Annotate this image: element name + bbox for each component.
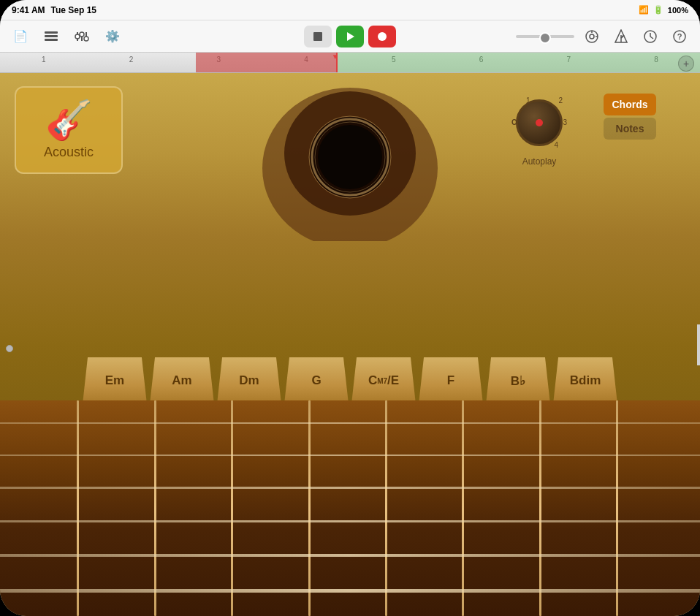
clock-button[interactable]	[639, 25, 662, 48]
document-button[interactable]: 📄	[9, 25, 32, 48]
svg-line-21	[650, 37, 653, 39]
tempo-slider[interactable]	[516, 35, 574, 38]
status-date: Tue Sep 15	[51, 5, 96, 15]
add-track-button[interactable]: +	[678, 56, 694, 72]
chord-em[interactable]: Em	[83, 357, 147, 404]
guitar-body-graphic	[248, 80, 452, 241]
svg-point-4	[75, 34, 80, 39]
svg-point-28	[318, 125, 382, 189]
wifi-icon: 📶	[639, 5, 649, 15]
chord-am[interactable]: Am	[150, 357, 214, 404]
status-time: 9:41 AM	[12, 5, 45, 15]
status-bar: 9:41 AM Tue Sep 15 📶 🔋 100%	[0, 0, 700, 20]
chord-row: Em Am Dm G CM7/E F B♭ Bdim	[0, 357, 700, 404]
guitar-strings	[0, 400, 700, 616]
timeline[interactable]: 1 2 3 4 5 6 7 8 +	[0, 53, 700, 73]
svg-rect-0	[45, 31, 58, 34]
autoplay-2-label: 2	[558, 96, 563, 104]
mixer-button[interactable]	[70, 25, 94, 48]
playhead	[336, 53, 338, 72]
toolbar: 📄 ⚙️	[0, 20, 700, 53]
svg-rect-1	[45, 35, 58, 37]
autoplay-3-label: 3	[563, 118, 567, 126]
autoplay-knob[interactable]	[516, 99, 563, 146]
chord-cm7e[interactable]: CM7/E	[351, 357, 416, 404]
autoplay-section: OFF 1 2 3 4 Autoplay	[510, 94, 568, 167]
instrument-selector[interactable]: 🎸 Acoustic	[15, 86, 123, 174]
timeline-region	[196, 53, 336, 72]
record-button[interactable]	[368, 26, 396, 47]
timeline-tick-2: 2	[88, 56, 175, 64]
autoplay-4-label: 4	[554, 141, 558, 149]
svg-rect-2	[45, 39, 58, 41]
timeline-green	[336, 53, 700, 72]
svg-point-13	[590, 34, 594, 39]
knob-indicator	[536, 119, 543, 126]
metronome-button[interactable]	[609, 25, 633, 48]
svg-rect-9	[313, 32, 322, 41]
timeline-tick-1: 1	[0, 56, 88, 64]
notes-button[interactable]: Notes	[604, 118, 656, 140]
chord-g[interactable]: G	[284, 357, 349, 404]
chords-notes-toggle: Chords Notes	[604, 94, 656, 140]
autoplay-label: Autoplay	[522, 156, 557, 167]
device-frame: 9:41 AM Tue Sep 15 📶 🔋 100% 📄	[0, 0, 700, 616]
tracks-button[interactable]	[39, 25, 63, 48]
battery-label: 100%	[668, 6, 688, 15]
help-button[interactable]: ?	[668, 25, 691, 48]
guitar-icon: 🎸	[45, 101, 93, 139]
side-dot	[6, 345, 13, 352]
chord-dm[interactable]: Dm	[217, 357, 281, 404]
home-button[interactable]	[697, 324, 700, 365]
stop-button[interactable]	[304, 26, 332, 47]
battery-icon: 🔋	[653, 5, 663, 15]
fretboard[interactable]	[0, 400, 700, 616]
chord-f[interactable]: F	[419, 357, 483, 404]
svg-marker-10	[347, 32, 354, 41]
chord-bb[interactable]: B♭	[486, 357, 550, 404]
svg-point-11	[378, 32, 387, 41]
chords-button[interactable]: Chords	[604, 94, 656, 115]
svg-point-6	[80, 32, 84, 37]
svg-text:?: ?	[677, 32, 682, 41]
svg-point-8	[84, 37, 88, 41]
master-button[interactable]	[580, 25, 604, 48]
guitar-area: 🎸 Acoustic OFF 1	[0, 73, 700, 616]
settings-button[interactable]: ⚙️	[101, 25, 124, 48]
instrument-name: Acoustic	[44, 145, 94, 160]
play-button[interactable]	[336, 26, 364, 47]
chord-bdim[interactable]: Bdim	[553, 357, 617, 404]
